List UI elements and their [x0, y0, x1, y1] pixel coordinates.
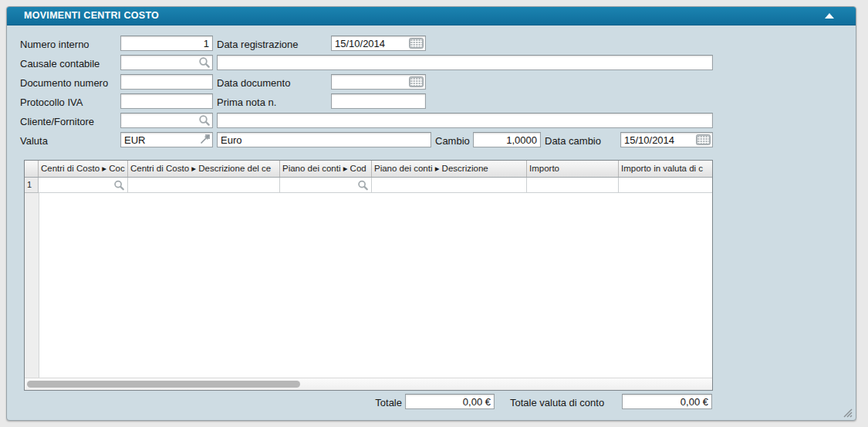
- numero-interno-input[interactable]: [121, 37, 212, 51]
- grid-header-importo-valuta: Importo in valuta di c: [619, 161, 712, 177]
- grid-header-rownum: [25, 161, 39, 177]
- table-row: 1: [25, 178, 712, 193]
- conti-descrizione-cell-input[interactable]: [372, 178, 526, 193]
- valuta-code-field-wrap: [120, 132, 213, 147]
- cliente-descrizione-field-wrap: [217, 113, 713, 128]
- valuta-descrizione-field-wrap: [217, 132, 431, 147]
- page: MOVIMENTI CENTRI COSTO Numero interno Da…: [0, 0, 868, 427]
- cliente-descrizione-input[interactable]: [218, 114, 712, 128]
- centri-codice-cell: [39, 178, 128, 193]
- documento-numero-input[interactable]: [121, 76, 212, 90]
- row-number-cell: 1: [25, 178, 39, 193]
- data-registrazione-field-wrap: [331, 36, 426, 51]
- documento-numero-field-wrap: [120, 74, 213, 90]
- movements-grid: Centri di Costo ▸ Coc Centri di Costo ▸ …: [24, 160, 713, 391]
- calendar-icon[interactable]: [409, 76, 424, 87]
- goto-record-icon[interactable]: [198, 134, 211, 146]
- panel-title: MOVIMENTI CENTRI COSTO: [24, 7, 159, 25]
- horizontal-scrollbar-thumb[interactable]: [27, 381, 300, 388]
- importo-valuta-cell: [619, 178, 712, 193]
- totale-valuta-label: Totale valuta di conto: [510, 397, 604, 409]
- search-icon[interactable]: [198, 114, 211, 127]
- horizontal-scrollbar[interactable]: [25, 378, 712, 390]
- causale-code-field-wrap: [120, 55, 213, 70]
- numero-interno-label: Numero interno: [20, 39, 90, 51]
- totale-input[interactable]: [406, 395, 494, 409]
- movimenti-centri-costo-panel: MOVIMENTI CENTRI COSTO Numero interno Da…: [6, 6, 856, 421]
- panel-titlebar[interactable]: MOVIMENTI CENTRI COSTO: [7, 7, 856, 25]
- conti-descrizione-cell: [372, 178, 527, 193]
- protocollo-iva-field-wrap: [120, 93, 213, 109]
- totale-label: Totale: [339, 397, 402, 409]
- importo-cell: [527, 178, 619, 193]
- causale-contabile-label: Causale contabile: [20, 58, 100, 70]
- data-cambio-field-wrap: [620, 132, 713, 147]
- grid-header-conti-descrizione: Piano dei conti ▸ Descrizione: [372, 161, 527, 177]
- grid-header-row: Centri di Costo ▸ Coc Centri di Costo ▸ …: [25, 161, 712, 178]
- calendar-icon[interactable]: [696, 134, 711, 145]
- grid-header-conti-codice: Piano dei conti ▸ Cod: [280, 161, 372, 177]
- collapse-panel-icon[interactable]: [825, 13, 834, 19]
- valuta-descrizione-input[interactable]: [218, 134, 431, 147]
- grid-header-importo: Importo: [527, 161, 619, 177]
- search-icon[interactable]: [357, 179, 369, 191]
- centri-descrizione-cell: [128, 178, 280, 193]
- prima-nota-label: Prima nota n.: [217, 97, 276, 109]
- calendar-icon[interactable]: [409, 38, 424, 49]
- search-icon[interactable]: [113, 179, 125, 191]
- cambio-input[interactable]: [474, 134, 540, 147]
- resize-grip[interactable]: [841, 406, 853, 418]
- data-documento-label: Data documento: [217, 77, 290, 90]
- grid-header-centri-codice: Centri di Costo ▸ Coc: [39, 161, 128, 177]
- importo-cell-input[interactable]: [527, 178, 618, 193]
- data-cambio-label: Data cambio: [545, 135, 601, 147]
- search-icon[interactable]: [198, 56, 211, 69]
- totale-valuta-field-wrap: [622, 394, 712, 409]
- causale-descrizione-field-wrap: [217, 55, 713, 70]
- protocollo-iva-input[interactable]: [121, 95, 212, 109]
- numero-interno-field-wrap: [120, 36, 213, 51]
- totale-valuta-input[interactable]: [623, 395, 711, 409]
- prima-nota-input[interactable]: [332, 95, 425, 109]
- totale-field-wrap: [405, 394, 495, 409]
- conti-codice-cell: [280, 178, 372, 193]
- grid-header-centri-descrizione: Centri di Costo ▸ Descrizione del ce: [128, 161, 280, 177]
- centri-descrizione-cell-input[interactable]: [128, 178, 279, 193]
- importo-valuta-cell-input[interactable]: [619, 178, 712, 193]
- cambio-field-wrap: [473, 132, 541, 147]
- cambio-label: Cambio: [435, 135, 470, 147]
- causale-descrizione-input[interactable]: [218, 56, 712, 70]
- cliente-fornitore-label: Cliente/Fornitore: [20, 116, 94, 128]
- prima-nota-field-wrap: [331, 93, 426, 109]
- data-registrazione-label: Data registrazione: [217, 39, 299, 51]
- data-documento-field-wrap: [331, 74, 426, 90]
- protocollo-iva-label: Protocollo IVA: [20, 97, 83, 109]
- documento-numero-label: Documento numero: [20, 77, 108, 90]
- row-number-column: [25, 193, 39, 378]
- cliente-code-field-wrap: [120, 113, 213, 128]
- valuta-label: Valuta: [20, 135, 48, 147]
